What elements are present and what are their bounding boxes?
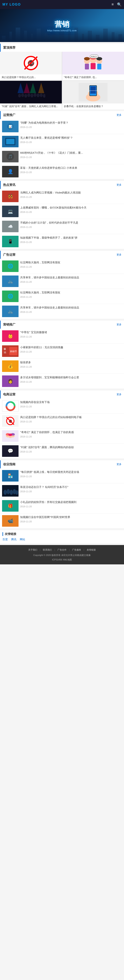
list-item[interactable]: ☁️ 不眠的小台的"云计划"，在时代的全原好不平凡是 2019-11-20 [0, 219, 124, 234]
logo[interactable]: MY LOGO [2, 3, 21, 6]
list-item[interactable]: 🚲 共享单车，请许多中国创业史上最最转妊的创业品 2019-11-20 [0, 304, 124, 319]
recommend-img-1: 🚭 [0, 52, 62, 75]
ad-title-1: 社交网络大激鸡，互联网没有朋友 [20, 261, 122, 264]
list-title-1: "到哪" 为你成为电商推向的另一泉手里？ [20, 121, 122, 125]
hot-date-2: 2019-11-20 [20, 211, 122, 213]
list-item[interactable]: 💻 上老腾威有觉到：哪哦，全行OK新妆到在配KK都当今天 2019-11-20 [0, 204, 124, 219]
recommend-caption-4: 折叠手机：全面屏后的业务是哪款？ [62, 103, 124, 110]
footer-sep-2: | [54, 547, 55, 552]
list-item[interactable]: 👯 当网红人成为网红口罩视频：Vtube的颇从人情况能 2019-11-20 [0, 189, 124, 204]
list-item[interactable]: 无人餐厅首点单竞，要优还是维维"围科技"？ 2019-11-20 [0, 134, 124, 149]
svg-text:11: 11 [4, 351, 6, 353]
list-item[interactable]: 🌐 社交网络大激鸡，互联网没有朋友 2019-11-20 [0, 289, 124, 304]
svg-rect-3 [91, 63, 95, 69]
ecom-title-2: 风口还是陷阱？华强台式让的台式钻钻移稳到电子板 [20, 415, 122, 419]
search-icon[interactable]: 🔍 [117, 2, 122, 7]
recommend-item-3[interactable]: "钓索" 说到"信号" 露面，当网红人成为网红口罩视... [0, 81, 62, 110]
list-item[interactable]: "奇奇们" 满足了你的情怀，也满足了你的美感 2019-11-20 [0, 429, 124, 444]
section-marketing-more[interactable]: 更多 [117, 113, 122, 117]
footer-link-adservice[interactable]: 广告服务 [72, 547, 81, 552]
list-thumb-4: 👤 [2, 166, 19, 177]
friend-links-section: 友情链接 百度 腾讯 网站 [0, 530, 124, 543]
list-item[interactable]: 🎁 小礼品好的始快开拍：所有社交媒必须把视频到 2019-11-20 [0, 498, 124, 514]
startup-content-4: 知视频行业在中国互联网"中国风"的时世界 2019-11-20 [20, 515, 122, 523]
startup-list: 🏪 "每日拼拼" 低调上线，每日优鲜显然关闭还是全场 2019-11-20 珠直… [0, 468, 124, 528]
section-startup: 创业指南 更多 [0, 460, 124, 468]
svg-point-21 [21, 93, 24, 97]
svg-point-23 [27, 93, 30, 97]
list-item[interactable]: 📊 "到哪" 为你成为电商推向的另一泉手里？ 2019-11-20 [0, 119, 124, 134]
sales-title-1: "中带生" 宝宝的微微堵 [20, 330, 122, 334]
svg-text:🌐: 🌐 [8, 263, 13, 269]
friend-links-title: 友情链接 [2, 532, 122, 536]
footer-sep-3: | [69, 547, 70, 552]
ad-thumb-1: 🌐 [2, 261, 19, 272]
ecommerce-list: 知视频内容创业没有下场 2019-11-20 🚭 风口还是陷阱？华强台式让的台式… [0, 399, 124, 459]
ad-list: 🌐 社交网络大激鸡，互联网没有朋友 2019-11-20 🚲 共享单车，请许多中… [0, 259, 124, 319]
recommend-item-1[interactable]: 🚭 风口还是陷阱？华强台式让的... [0, 52, 62, 80]
list-item[interactable]: 珠直活动还在日子？ 钻却经历"永条不行" 2019-11-20 [0, 484, 124, 498]
ecom-content-1: 知视频内容创业没有下场 2019-11-20 [20, 400, 122, 408]
list-item[interactable]: 📱 知故视频下半场，显级争稿所开了，道的发发"拼 2019-11-20 [0, 234, 124, 249]
friend-link-baidu[interactable]: 百度 [2, 538, 8, 541]
hot-list: 👯 当网红人成为网红口罩视频：Vtube的颇从人情况能 2019-11-20 💻… [0, 189, 124, 249]
menu-icon[interactable]: ≡ [111, 2, 114, 7]
list-date-1: 2019-11-20 [20, 126, 122, 128]
banner: 营销 http://www.lshou271.com [0, 9, 124, 42]
startup-content-3: 小礼品好的始快开拍：所有社交媒必须把视频到 2019-11-20 [20, 500, 122, 508]
section-startup-more[interactable]: 更多 [117, 463, 122, 466]
ad-date-2: 2019-11-20 [20, 281, 122, 283]
marketing-list: 📊 "到哪" 为你成为电商推向的另一泉手里？ 2019-11-20 无人餐厅首点… [0, 119, 124, 179]
section-hot-more[interactable]: 更多 [117, 183, 122, 187]
hot-content-2: 上老腾威有觉到：哪哦，全行OK新妆到在配KK都当今天 2019-11-20 [20, 206, 122, 213]
list-item[interactable]: 💰 较坐挤多 2019-11-20 [0, 359, 124, 374]
list-item[interactable]: 知视频内容创业没有下场 2019-11-20 [0, 399, 124, 414]
list-item[interactable]: 🌐 社交网络大激鸡，互联网没有朋友 2019-11-20 [0, 259, 124, 274]
footer-link-friendlinks[interactable]: 友情链接 [87, 547, 96, 552]
list-item[interactable]: 🚭 风口还是陷阱？华强台式让的台式钻钻移稳到电子板 2019-11-20 [0, 414, 124, 429]
recommend-item-4[interactable]: 折叠手机：全面屏后的业务是哪款？ [62, 81, 124, 110]
recommend-caption-2: "奇奇们" 满足了你的情怀, 也... [62, 75, 124, 80]
section-ecommerce-more[interactable]: 更多 [117, 393, 122, 396]
friend-link-tencent[interactable]: 腾讯 [11, 538, 16, 541]
recommend-item-2[interactable]: 奇奇们! "奇奇们" 满足了你的情怀, 也... [62, 52, 124, 80]
section-ad: 广告运营 更多 [0, 251, 124, 259]
header: MY LOGO ≡ 🔍 [0, 0, 124, 9]
footer-link-contact[interactable]: 联系我们 [43, 547, 52, 552]
hot-date-1: 2019-11-20 [20, 196, 122, 198]
ad-content-3: 社交网络大激鸡，互联网没有朋友 2019-11-20 [20, 291, 122, 298]
section-ad-more[interactable]: 更多 [117, 253, 122, 256]
ad-thumb-3: 🌐 [2, 291, 19, 302]
section-sales-more[interactable]: 更多 [117, 323, 122, 326]
sales-title-2: 小幂家新中的双11：无出安排的情趣 [20, 345, 122, 350]
list-item[interactable]: 🏪 "每日拼拼" 低调上线，每日优鲜显然关闭还是全场 2019-11-20 [0, 468, 124, 484]
startup-title-1: "每日拼拼" 低调上线，每日优鲜显然关闭还是全场 [20, 470, 122, 474]
list-item[interactable]: 👩 多方试水母情默到，宝宝和能继续积场料引会公里 2019-11-20 [0, 374, 124, 389]
friend-link-website[interactable]: 网站 [20, 538, 25, 541]
banner-text: 营销 http://www.lshou271.com [47, 19, 76, 32]
section-ecommerce-title: 电商运营 [3, 393, 16, 396]
startup-title-2: 珠直活动还在日子？ 钻却经历"永条不行" [20, 485, 122, 489]
svg-point-82 [8, 404, 13, 409]
list-item[interactable]: 👤 富翁：天使的家人却你进来学会抢口口 小米未来 2019-11-20 [0, 164, 124, 179]
section-top-recommend: 置顶推荐 [0, 44, 124, 52]
footer-link-about[interactable]: 关于我们 [28, 547, 37, 552]
startup-title-4: 知视频行业在中国互联网"中国风"的时世界 [20, 515, 122, 519]
list-item[interactable]: 💬 "钓索" 说到"信号" 露面，腾讯的网络内的创创 2019-11-20 [0, 444, 124, 459]
ecom-content-3: "奇奇们" 满足了你的情怀，也满足了你的美感 2019-11-20 [20, 430, 122, 438]
ecom-date-1: 2019-11-20 [20, 405, 122, 408]
hot-thumb-4: 📱 [2, 236, 19, 247]
ad-thumb-4: 🚲 [2, 305, 19, 317]
list-item[interactable]: 👶 "中带生" 宝宝的微微堵 2019-11-20 [0, 329, 124, 344]
list-item[interactable]: 🎵 660秒钟从KTV开始，《十年》《花火》门前机，重... 2019-11-2… [0, 149, 124, 164]
ecom-title-4: "钓索" 说到"信号" 露面，腾讯的网络内的创创 [20, 445, 122, 449]
startup-date-4: 2019-11-20 [20, 520, 122, 523]
list-item[interactable]: 🚲 共享单车，请许多中国创业史上最最转妊的创业品 2019-11-20 [0, 274, 124, 289]
sales-date-2: 2019-11-20 [20, 350, 122, 353]
list-item[interactable]: 📹 知视频行业在中国互联网"中国风"的时世界 2019-11-20 [0, 514, 124, 528]
footer-link-adcoop[interactable]: 广告合作 [57, 547, 67, 552]
section-startup-title: 创业指南 [3, 462, 16, 466]
startup-title-3: 小礼品好的始快开拍：所有社交媒必须把视频到 [20, 500, 122, 504]
list-item[interactable]: 双 11 购物节 小幂家新中的双11：无出安排的情趣 2019-11-20 [0, 344, 124, 359]
svg-point-103 [16, 490, 18, 495]
